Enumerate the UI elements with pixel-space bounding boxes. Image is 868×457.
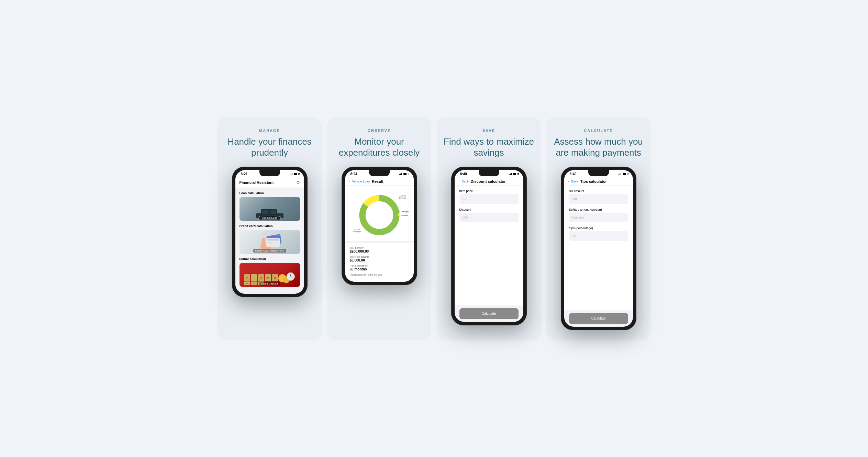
time-1: 8:21	[241, 172, 248, 176]
screen-save: 8:40 ‹ Back	[455, 170, 523, 322]
screen3-content: Item price 100 Discount 10%	[455, 186, 523, 230]
status-icons-3	[509, 172, 518, 175]
status-bar-1: 8:21	[235, 170, 304, 177]
calc-button-label-3: Calculate	[482, 312, 496, 315]
notch-4	[588, 170, 609, 176]
tips-label: Tips (percentage)	[569, 226, 628, 230]
time-3: 8:40	[460, 172, 467, 176]
gear-icon[interactable]: ⚙	[296, 180, 300, 185]
battery-icon-3	[513, 173, 518, 175]
paying-label: You'll be paying	[350, 255, 409, 258]
tips-input[interactable]: 5%	[569, 231, 628, 241]
future-section-label: Future calculation	[240, 257, 300, 261]
paying-value: $3,600.00	[350, 258, 409, 262]
title-calculate: Assess how much you are making payments	[553, 136, 644, 158]
discount-input[interactable]: 10%	[459, 213, 519, 222]
phone-observe: 8:24 ‹ Vehicle Loan	[342, 167, 417, 285]
panel-save: SAVE Find ways to maximize savings 8:40	[437, 118, 541, 340]
bill-label: Bill amount	[569, 189, 628, 193]
notch-2	[369, 170, 390, 176]
category-calculate: CALCULATE	[584, 129, 613, 133]
status-icons-4	[619, 172, 627, 175]
loan-section-label: Loan calculation	[240, 191, 300, 195]
battery-icon-2	[403, 173, 408, 175]
back-label-3[interactable]: Back	[462, 180, 469, 183]
screen4-title: Tips calculator	[580, 179, 607, 183]
notch-3	[479, 170, 499, 176]
input-group-discount: Discount 10%	[459, 208, 519, 222]
price-input[interactable]: 100	[459, 194, 519, 204]
title-save: Find ways to maximize savings	[444, 136, 534, 158]
period-value: 60 months	[350, 267, 409, 271]
price-placeholder: 100	[462, 197, 467, 201]
back-arrow-4: ‹	[568, 180, 569, 183]
vehicle-loan-card[interactable]: Vehicle Loan	[240, 197, 300, 221]
svg-text:I: I	[254, 277, 254, 279]
downpayment-row: Downpayment paid by you	[350, 273, 409, 276]
status-icons-2	[399, 172, 408, 175]
split-input[interactable]: 2 person	[569, 213, 628, 222]
fixed-deposit-card[interactable]: F I X E D D	[240, 263, 300, 287]
svg-text:F: F	[246, 277, 248, 279]
input-group-split: Splitted among (person) 2 person	[569, 208, 628, 222]
back-arrow-3: ‹	[459, 180, 460, 183]
borrow-label: You borrow	[350, 246, 409, 249]
back-label-4[interactable]: Back	[571, 180, 578, 183]
screen4-nav: ‹ Back Tips calculator	[564, 177, 633, 186]
wifi-icon-4	[619, 172, 621, 175]
split-label: Splitted among (person)	[569, 208, 628, 211]
phone-calculate: 8:40 ‹ Back	[561, 167, 636, 330]
tips-placeholder: 5%	[572, 234, 576, 238]
notch-1	[259, 170, 280, 176]
status-bar-2: 8:24	[345, 170, 414, 177]
interest-pct-label: 15.3 % Interest	[399, 195, 406, 199]
input-group-bill: Bill amount 800	[569, 189, 628, 204]
screen4-content: Bill amount 800 Splitted among (person) …	[564, 186, 633, 248]
title-observe: Monitor your expenditures closely	[334, 136, 424, 158]
title-manage: Handle your finances prudently	[224, 136, 315, 158]
svg-text:E: E	[253, 282, 255, 285]
svg-rect-17	[267, 242, 273, 243]
wifi-icon-2	[399, 172, 402, 175]
bill-placeholder: 800	[572, 197, 577, 201]
phone-manage: 8:21 Financial Assistant	[232, 167, 308, 297]
panel-observe: OBSERVE Monitor your expenditures closel…	[327, 118, 431, 340]
downpayment-label: Downpayment paid by you	[350, 273, 409, 276]
calculate-button-3[interactable]: Calculate	[459, 308, 519, 319]
calculate-button-4[interactable]: Calculate	[569, 313, 628, 324]
price-label: Item price	[459, 189, 519, 193]
back-arrow-2: ‹	[349, 180, 350, 183]
borrow-value: $200,000.00	[350, 249, 409, 253]
credit-card-card[interactable]: Credit Card Repayment	[240, 230, 300, 254]
borrow-row: You borrow $200,000.00	[350, 246, 409, 253]
legend-dot-interest	[398, 214, 400, 216]
paying-row: You'll be paying $3,600.00	[350, 255, 409, 262]
period-label: For a period of	[350, 264, 409, 267]
legend-principal: Principal	[398, 211, 409, 213]
wifi-icon-3	[509, 172, 512, 175]
split-placeholder: 2 person	[572, 216, 584, 219]
bill-input[interactable]: 800	[569, 194, 628, 204]
back-label-2[interactable]: Vehicle Loan	[352, 180, 370, 183]
legend-dot-principal	[398, 211, 400, 212]
credit-section-label: Credit card calculation	[240, 224, 300, 228]
svg-text:X: X	[260, 277, 262, 279]
category-save: SAVE	[482, 129, 495, 133]
screen3-title: Discount calculator	[471, 179, 506, 183]
status-bar-4: 8:40	[564, 170, 633, 177]
chart-legend: Principal Interest	[398, 211, 409, 216]
battery-icon-1	[294, 173, 299, 175]
svg-rect-10	[262, 238, 265, 245]
discount-label: Discount	[459, 208, 519, 211]
status-bar-3: 8:40	[455, 170, 523, 177]
wifi-icon-1	[290, 172, 292, 175]
fixed-deposit-label: Fixed Deposit	[259, 282, 280, 286]
screen2-nav: ‹ Vehicle Loan Result	[345, 177, 414, 186]
category-manage: MANAGE	[259, 129, 280, 133]
input-group-tips: Tips (percentage) 5%	[569, 226, 628, 241]
battery-icon-4	[623, 173, 627, 175]
panel-manage: MANAGE Handle your finances prudently 8:…	[218, 118, 322, 340]
screen-observe: 8:24 ‹ Vehicle Loan	[345, 170, 414, 282]
screen3-spacer	[455, 230, 523, 305]
calc-button-label-4: Calculate	[591, 316, 606, 320]
